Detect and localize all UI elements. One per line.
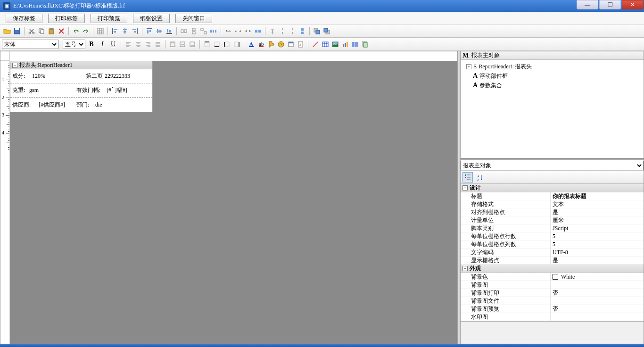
cut-icon[interactable]: [27, 27, 36, 35]
vspace-dec-icon[interactable]: [288, 27, 297, 35]
font-color-icon[interactable]: A: [247, 40, 256, 49]
save-icon[interactable]: [13, 27, 21, 35]
property-object-selector[interactable]: 报表主对象: [461, 161, 644, 170]
field-page2-label[interactable]: 第二页: [86, 72, 103, 80]
prop-script-name[interactable]: 脚本类别: [461, 224, 550, 232]
prop-storage-name[interactable]: 存储格式: [461, 200, 550, 208]
valign-bottom-icon[interactable]: [188, 40, 197, 49]
border-left-icon[interactable]: [223, 40, 231, 49]
align-hcenter-icon[interactable]: [121, 27, 129, 35]
font-size-selector[interactable]: 五号: [63, 40, 85, 49]
categorized-view-button[interactable]: [462, 172, 473, 182]
prop-bgpreview-name[interactable]: 背景图预览: [461, 305, 550, 313]
field-width-label[interactable]: 有效门幅:: [76, 86, 100, 94]
redo-icon[interactable]: [82, 27, 90, 35]
hspace-dec-icon[interactable]: [244, 27, 252, 35]
align-bottom-icon[interactable]: [165, 27, 173, 35]
prop-bgcolor-name[interactable]: 背景色: [461, 273, 550, 281]
prop-bgpreview-value[interactable]: 否: [550, 305, 644, 313]
hspace-equal-icon[interactable]: [209, 27, 218, 35]
prop-bgfile-name[interactable]: 背景图文件: [461, 297, 550, 305]
prop-watermark-value[interactable]: [550, 313, 644, 321]
bring-front-icon[interactable]: [313, 27, 321, 35]
hspace-inc-icon[interactable]: [234, 27, 242, 35]
prop-bgimg-name[interactable]: 背景图: [461, 281, 550, 289]
paste-icon[interactable]: [47, 27, 56, 35]
valign-middle-icon[interactable]: [178, 40, 187, 49]
open-icon[interactable]: [3, 27, 11, 35]
category-toggle-design[interactable]: −: [462, 185, 468, 190]
field-supplier-value[interactable]: [#供应商#]: [39, 101, 65, 109]
vspace-inc-icon[interactable]: [278, 27, 287, 35]
table-component-icon[interactable]: [321, 40, 330, 49]
prop-bgimg-value[interactable]: [550, 281, 644, 289]
italic-button[interactable]: I: [98, 40, 107, 49]
text-align-left-icon[interactable]: [124, 40, 132, 49]
align-vcenter-icon[interactable]: [155, 27, 164, 35]
prop-show-name[interactable]: 显示栅格点: [461, 256, 550, 264]
prop-unit-value[interactable]: 厘米: [550, 216, 644, 224]
prop-unit-name[interactable]: 计量单位: [461, 216, 550, 224]
line-icon[interactable]: [311, 40, 320, 49]
prop-bgfile-value[interactable]: [550, 297, 644, 305]
align-right-icon[interactable]: [131, 27, 139, 35]
maximize-button[interactable]: ❐: [599, 0, 621, 9]
bg-color-icon[interactable]: ab: [257, 40, 265, 49]
underline-button[interactable]: U: [108, 40, 118, 49]
border-top-icon[interactable]: [203, 40, 211, 49]
taskbar[interactable]: [0, 344, 644, 347]
report-header-section[interactable]: − 报表头:ReportHeader1 成分: 120% 第二页 2292223…: [10, 61, 153, 112]
prop-snap-value[interactable]: 是: [550, 208, 644, 216]
valign-top-icon[interactable]: [168, 40, 177, 49]
hspace-icon[interactable]: [224, 27, 232, 35]
same-width-icon[interactable]: [180, 27, 188, 35]
tree-item-report-header[interactable]: + S ReportHeader1:报表头: [462, 62, 642, 71]
prop-enc-value[interactable]: UTF-8: [550, 248, 644, 256]
field-width-value[interactable]: [#门幅#]: [107, 86, 127, 94]
field-dept-label[interactable]: 部门:: [76, 101, 89, 109]
subreport-icon[interactable]: [361, 40, 369, 49]
vspace-icon[interactable]: [268, 27, 277, 35]
prop-enc-name[interactable]: 文字编码: [461, 248, 550, 256]
alphabetical-view-button[interactable]: AZ: [475, 172, 485, 182]
field-weight-label[interactable]: 克重:: [12, 86, 25, 94]
undo-icon[interactable]: [72, 27, 80, 35]
text-align-right-icon[interactable]: [144, 40, 152, 49]
prop-rows-name[interactable]: 每单位栅格点行数: [461, 232, 550, 240]
prop-watermark-name[interactable]: 水印图: [461, 313, 550, 321]
format-painter-icon[interactable]: [267, 40, 275, 49]
vertical-ruler[interactable]: 1234: [0, 61, 10, 344]
field-dept-value[interactable]: die: [95, 101, 102, 108]
font-family-selector[interactable]: 宋体: [2, 40, 58, 49]
prop-bgprint-name[interactable]: 背景图打印: [461, 289, 550, 297]
prop-bgprint-value[interactable]: 否: [550, 289, 644, 297]
field-comp-label[interactable]: 成分:: [12, 72, 25, 80]
chart-icon[interactable]: [341, 40, 349, 49]
copy-icon[interactable]: [37, 27, 46, 35]
close-window-button[interactable]: ✕: [622, 0, 644, 9]
image-icon[interactable]: [331, 40, 339, 49]
prop-show-value[interactable]: 是: [550, 256, 644, 264]
tree-item-parameter-set[interactable]: A 参数集合: [462, 81, 642, 90]
section-collapse-icon[interactable]: −: [12, 63, 17, 68]
clock-icon[interactable]: [277, 40, 285, 49]
same-size-icon[interactable]: [199, 27, 208, 35]
prop-snap-name[interactable]: 对齐到栅格点: [461, 208, 550, 216]
prop-title-name[interactable]: 标题: [461, 192, 550, 200]
align-grid-icon[interactable]: [96, 27, 105, 35]
prop-storage-value[interactable]: 文本: [550, 200, 644, 208]
align-left-icon[interactable]: [111, 27, 119, 35]
tree-expand-icon[interactable]: +: [466, 64, 471, 69]
tree-item-floating-box[interactable]: A 浮动部件框: [462, 71, 642, 81]
print-label-button[interactable]: 打印标签: [48, 14, 85, 23]
minimize-button[interactable]: —: [577, 0, 598, 9]
page-setup-button[interactable]: 纸张设置: [133, 14, 170, 23]
property-grid[interactable]: −设计 标题你的报表标题 存储格式文本 对齐到栅格点是 计量单位厘米 脚本类别J…: [461, 184, 644, 321]
prop-cols-name[interactable]: 每单位栅格点列数: [461, 240, 550, 248]
border-bottom-icon[interactable]: [213, 40, 221, 49]
same-height-icon[interactable]: [190, 27, 198, 35]
prop-title-value[interactable]: 你的报表标题: [550, 192, 644, 200]
barcode-icon[interactable]: [351, 40, 359, 49]
prop-script-value[interactable]: JScript: [550, 224, 644, 232]
bold-button[interactable]: B: [87, 40, 96, 49]
